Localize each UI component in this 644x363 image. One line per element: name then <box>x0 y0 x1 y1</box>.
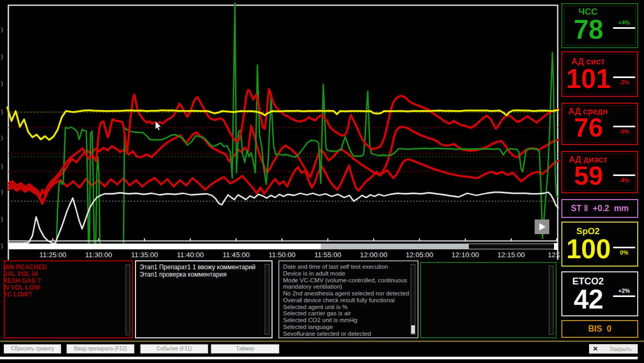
svg-text:12:05:00: 12:05:00 <box>406 251 434 259</box>
svg-text:11:35:00: 11:35:00 <box>131 251 158 259</box>
svg-text:): ) <box>1 216 3 222</box>
svg-text:): ) <box>1 108 3 115</box>
svg-text:): ) <box>1 189 3 195</box>
svg-text:12:10:00: 12:10:00 <box>451 251 479 259</box>
svg-text:11:40:00: 11:40:00 <box>177 251 204 259</box>
svg-text:): ) <box>1 135 3 141</box>
svg-text:): ) <box>1 163 3 169</box>
svg-text:11:30:00: 11:30:00 <box>85 251 112 259</box>
svg-text:11:50:00: 11:50:00 <box>268 251 296 259</box>
svg-text:12:20: 12:20 <box>548 251 560 259</box>
svg-text:11:25:00: 11:25:00 <box>39 251 66 259</box>
svg-text:12:15:00: 12:15:00 <box>498 251 525 259</box>
svg-text:): ) <box>1 26 3 32</box>
svg-text:): ) <box>1 243 3 249</box>
svg-text:11:55:00: 11:55:00 <box>314 251 342 259</box>
svg-text:12:00:00: 12:00:00 <box>360 251 388 259</box>
svg-text:): ) <box>1 53 3 60</box>
svg-text:11:45:00: 11:45:00 <box>223 251 250 259</box>
svg-text:): ) <box>1 80 3 86</box>
